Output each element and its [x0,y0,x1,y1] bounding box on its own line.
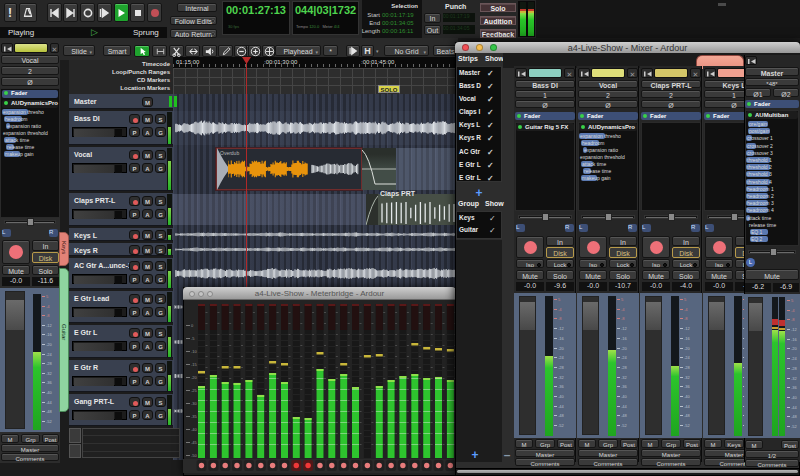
svg-text:-20: -20 [191,375,198,380]
svg-text:-30: -30 [191,401,198,406]
svg-text:-50: -50 [191,453,198,458]
svg-text:0: 0 [191,323,194,328]
svg-text:-15: -15 [191,362,198,367]
svg-text:-10: -10 [191,349,198,354]
svg-text:-40: -40 [191,427,198,432]
svg-text:-5: -5 [191,336,195,341]
svg-text:-25: -25 [191,388,198,393]
svg-text:-45: -45 [191,440,198,445]
svg-text:!: ! [8,7,12,19]
svg-text:-35: -35 [191,414,198,419]
